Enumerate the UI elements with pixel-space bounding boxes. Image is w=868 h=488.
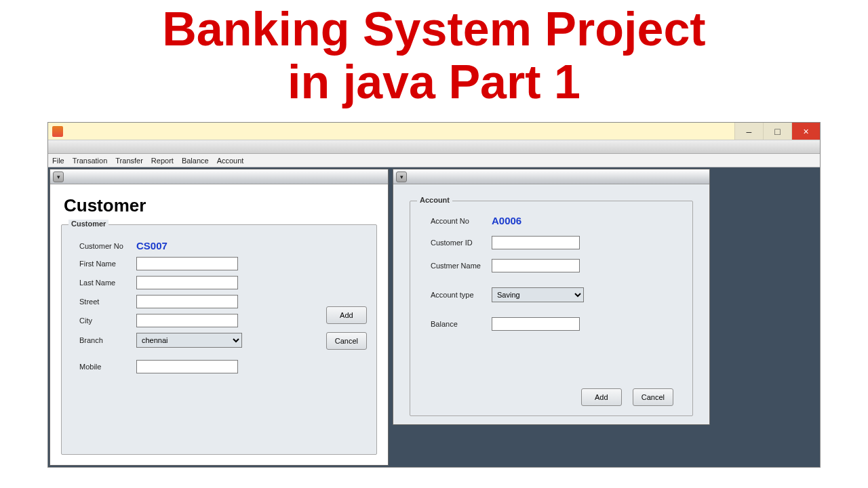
account-legend: Account	[417, 196, 452, 204]
menu-report[interactable]: Report	[151, 157, 174, 165]
system-menu-icon[interactable]: ▾	[53, 171, 64, 182]
java-icon	[52, 126, 63, 137]
customer-no-label: Customer No	[68, 242, 136, 250]
first-name-input[interactable]	[136, 257, 238, 270]
customer-frame-titlebar[interactable]: ▾	[50, 169, 388, 184]
balance-label: Balance	[417, 320, 492, 328]
menu-balance[interactable]: Balance	[182, 157, 209, 165]
menu-file[interactable]: File	[52, 157, 64, 165]
customer-name-input[interactable]	[492, 259, 580, 272]
city-label: City	[68, 317, 136, 325]
os-titlebar: – □ ×	[48, 123, 820, 140]
street-input[interactable]	[136, 295, 238, 308]
maximize-button[interactable]: □	[763, 123, 791, 140]
customer-name-label: Custmer Name	[417, 262, 492, 270]
close-button[interactable]: ×	[791, 123, 820, 140]
mobile-label: Mobile	[68, 363, 136, 371]
frame-titlebar	[48, 140, 820, 154]
account-type-select[interactable]: Saving	[492, 287, 584, 302]
account-no-value: A0006	[492, 215, 521, 226]
account-frame-titlebar[interactable]: ▾	[393, 169, 709, 184]
minimize-button[interactable]: –	[734, 123, 763, 140]
last-name-label: Last Name	[68, 279, 136, 287]
customer-heading: Customer	[64, 195, 377, 216]
headline-line-1: Banking System Project	[0, 0, 868, 53]
menu-transfer[interactable]: Transfer	[115, 157, 143, 165]
account-type-label: Account type	[417, 291, 492, 299]
customer-add-button[interactable]: Add	[326, 306, 367, 324]
account-internal-frame: ▾ Account Account No A0006 Customer ID C…	[393, 169, 710, 425]
account-fieldset: Account Account No A0006 Customer ID Cus…	[410, 201, 693, 416]
account-cancel-button[interactable]: Cancel	[633, 388, 673, 406]
menu-transation[interactable]: Transation	[73, 157, 108, 165]
system-menu-icon[interactable]: ▾	[396, 171, 407, 182]
customer-no-value: CS007	[136, 240, 167, 251]
mobile-input[interactable]	[136, 360, 238, 373]
app-window: – □ × File Transation Transfer Report Ba…	[47, 122, 821, 468]
customer-fieldset: Customer Customer No CS007 First Name La…	[61, 224, 377, 455]
mdi-desktop: ▾ Customer Customer Customer No CS007 Fi…	[48, 167, 820, 467]
customer-id-input[interactable]	[492, 236, 580, 249]
branch-label: Branch	[68, 336, 136, 344]
headline-line-2: in java Part 1	[0, 53, 868, 106]
city-input[interactable]	[136, 314, 238, 327]
branch-select[interactable]: chennai	[136, 333, 242, 348]
customer-internal-frame: ▾ Customer Customer Customer No CS007 Fi…	[50, 169, 389, 466]
last-name-input[interactable]	[136, 276, 238, 289]
balance-input[interactable]	[492, 317, 580, 331]
menu-account[interactable]: Account	[217, 157, 244, 165]
account-add-button[interactable]: Add	[581, 388, 622, 406]
account-no-label: Account No	[417, 217, 492, 225]
customer-cancel-button[interactable]: Cancel	[326, 332, 367, 350]
menubar: File Transation Transfer Report Balance …	[48, 154, 820, 167]
first-name-label: First Name	[68, 260, 136, 268]
street-label: Street	[68, 298, 136, 306]
customer-id-label: Customer ID	[417, 239, 492, 247]
customer-legend: Customer	[68, 220, 108, 228]
